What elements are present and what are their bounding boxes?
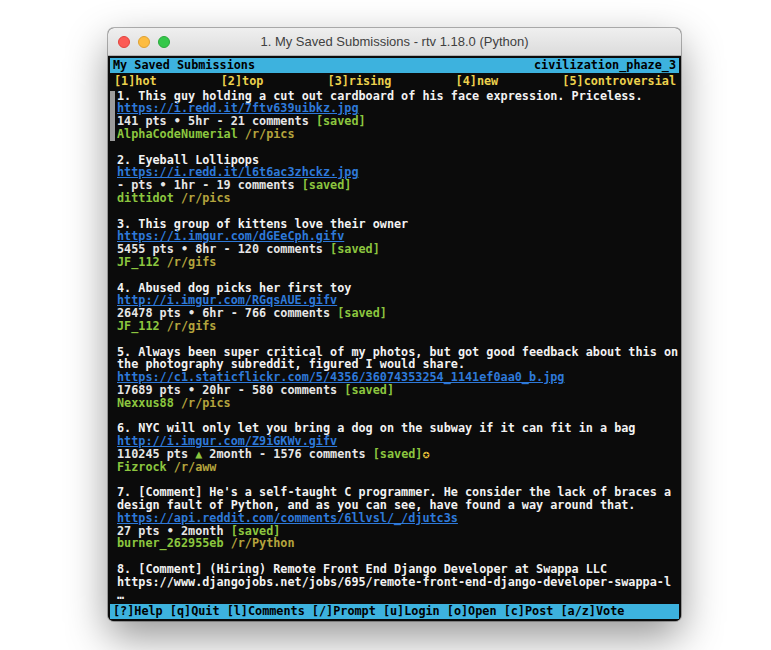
- submission-item[interactable]: 7. [Comment] He's a self-taught C progra…: [110, 486, 679, 550]
- submission-item[interactable]: 5. Always been super critical of my phot…: [110, 346, 679, 410]
- status-header-bar: My Saved Submissions civilization_phaze_…: [110, 58, 679, 73]
- fullscreen-button[interactable]: [158, 36, 170, 48]
- status-footer-bar: [?]Help [q]Quit [l]Comments [/]Prompt [u…: [110, 604, 679, 619]
- sort-tab-4new[interactable]: [4]new: [456, 75, 499, 88]
- footer-help-text: [?]Help [q]Quit [l]Comments [/]Prompt [u…: [113, 605, 624, 618]
- page-title: My Saved Submissions: [113, 59, 255, 72]
- saved-badge: [saved]: [373, 447, 423, 461]
- submission-byline: JF_112 /r/gifs: [117, 320, 679, 333]
- submission-subreddit: /r/Python: [231, 536, 295, 550]
- submission-byline: JF_112 /r/gifs: [117, 256, 679, 269]
- truncation-ellipsis: …: [117, 589, 679, 602]
- submission-author: Nexxus88: [117, 396, 174, 410]
- gilded-icon: ✪: [422, 447, 429, 461]
- terminal-window: 1. My Saved Submissions - rtv 1.18.0 (Py…: [108, 28, 681, 621]
- submission-subreddit: /r/pics: [245, 127, 295, 141]
- sort-tab-2top[interactable]: [2]top: [221, 75, 264, 88]
- submission-item[interactable]: 8. [Comment] (Hiring) Remote Front End D…: [110, 563, 679, 601]
- titlebar: 1. My Saved Submissions - rtv 1.18.0 (Py…: [108, 28, 681, 56]
- submission-item[interactable]: 2. Eyeball Lollipopshttps://i.redd.it/l6…: [110, 154, 679, 205]
- saved-badge: [saved]: [337, 306, 387, 320]
- username-label: civilization_phaze_3: [534, 59, 676, 72]
- submission-byline: burner_262955eb /r/Python: [117, 537, 679, 550]
- window-title: 1. My Saved Submissions - rtv 1.18.0 (Py…: [260, 34, 528, 49]
- submission-subreddit: /r/pics: [181, 191, 231, 205]
- saved-badge: [saved]: [316, 114, 366, 128]
- submission-title: 8. [Comment] (Hiring) Remote Front End D…: [117, 563, 679, 576]
- submission-item[interactable]: 1. This guy holding a cut out cardboard …: [110, 90, 679, 141]
- submission-list: 1. This guy holding a cut out cardboard …: [110, 89, 679, 605]
- submission-author: Fizrock: [117, 460, 167, 474]
- submission-item[interactable]: 3. This group of kittens love their owne…: [110, 218, 679, 269]
- minimize-button[interactable]: [138, 36, 150, 48]
- submission-author: dittidot: [117, 191, 174, 205]
- submission-author: JF_112: [117, 255, 160, 269]
- sort-tab-5controversial[interactable]: [5]controversial: [562, 75, 676, 88]
- submission-byline: dittidot /r/pics: [117, 192, 679, 205]
- submission-url[interactable]: https://www.djangojobs.net/jobs/695/remo…: [117, 576, 679, 589]
- close-button[interactable]: [118, 36, 130, 48]
- submission-item[interactable]: 4. Abused dog picks her first toyhttp://…: [110, 282, 679, 333]
- saved-badge: [saved]: [344, 383, 394, 397]
- submission-byline: Nexxus88 /r/pics: [117, 397, 679, 410]
- submission-subreddit: /r/aww: [174, 460, 217, 474]
- submission-author: burner_262955eb: [117, 536, 224, 550]
- submission-author: AlphaCodeNumerial: [117, 127, 238, 141]
- submission-item[interactable]: 6. NYC will only let you bring a dog on …: [110, 422, 679, 473]
- traffic-lights: [118, 28, 170, 55]
- sort-tab-1hot[interactable]: [1]hot: [114, 75, 157, 88]
- submission-byline: AlphaCodeNumerial /r/pics: [117, 128, 679, 141]
- saved-badge: [saved]: [302, 178, 352, 192]
- submission-author: JF_112: [117, 319, 160, 333]
- submission-title: 5. Always been super critical of my phot…: [117, 346, 679, 372]
- terminal-content: My Saved Submissions civilization_phaze_…: [108, 56, 681, 621]
- sort-tabs: [1]hot[2]top[3]rising[4]new[5]controvers…: [110, 73, 679, 89]
- submission-subreddit: /r/gifs: [167, 255, 217, 269]
- submission-subreddit: /r/gifs: [167, 319, 217, 333]
- submission-subreddit: /r/pics: [181, 396, 231, 410]
- saved-badge: [saved]: [330, 242, 380, 256]
- sort-tab-3rising[interactable]: [3]rising: [328, 75, 392, 88]
- desktop: 1. My Saved Submissions - rtv 1.18.0 (Py…: [0, 0, 771, 650]
- submission-byline: Fizrock /r/aww: [117, 461, 679, 474]
- submission-title: 7. [Comment] He's a self-taught C progra…: [117, 486, 679, 512]
- submission-stats-after: 2month - 1576 comments: [202, 447, 372, 461]
